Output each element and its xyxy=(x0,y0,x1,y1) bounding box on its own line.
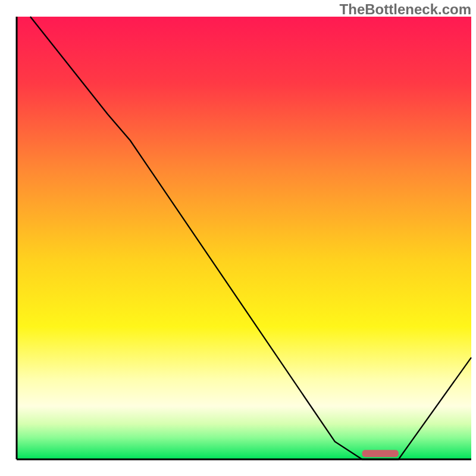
plot-background xyxy=(17,17,471,459)
watermark-text: TheBottleneck.com xyxy=(340,1,471,18)
bottleneck-chart: TheBottleneck.com xyxy=(0,0,476,476)
chart-svg xyxy=(0,0,476,476)
optimal-marker xyxy=(362,450,399,457)
